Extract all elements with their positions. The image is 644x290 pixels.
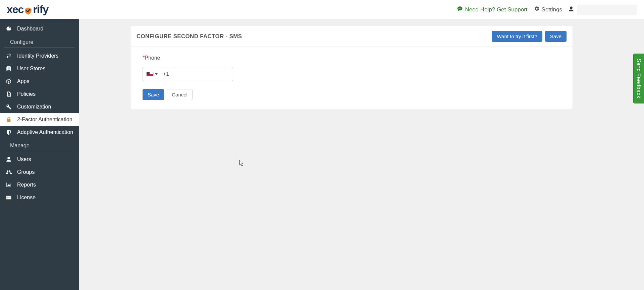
sidebar-item-customization[interactable]: Customization <box>0 100 79 113</box>
caret-down-icon <box>155 73 158 75</box>
help-link[interactable]: Need Help? Get Support <box>457 6 527 13</box>
shield-icon <box>5 129 12 135</box>
sidebar-item-label: Apps <box>17 78 29 84</box>
user-name-area <box>577 5 637 15</box>
panel-actions: Want to try it first? Save <box>492 31 567 42</box>
sidebar-item-groups[interactable]: Groups <box>0 166 79 178</box>
sidebar-item-apps[interactable]: Apps <box>0 75 79 88</box>
exchange-icon <box>5 53 12 59</box>
dashboard-icon <box>5 26 12 32</box>
logo-text-1: xec <box>7 3 23 16</box>
sidebar-item-policies[interactable]: Policies <box>0 88 79 100</box>
panel-body: *Phone Save Cancel <box>130 47 573 110</box>
sidebar-item-label: User Stores <box>17 66 45 72</box>
document-icon <box>5 91 12 97</box>
wrench-icon <box>5 104 12 110</box>
lock-icon <box>5 117 12 123</box>
phone-label: *Phone <box>143 55 560 61</box>
shield-icon <box>24 7 33 15</box>
sidebar-section-manage: Manage <box>4 139 75 151</box>
sidebar-item-identity-providers[interactable]: Identity Providers <box>0 50 79 62</box>
country-selector[interactable] <box>146 72 160 76</box>
sidebar-item-label: Customization <box>17 104 51 110</box>
sidebar-item-label: Policies <box>17 91 36 97</box>
feedback-tab[interactable]: Send Feedback <box>633 54 644 103</box>
topbar-right: Need Help? Get Support Settings <box>457 5 637 15</box>
sidebar-item-label: Identity Providers <box>17 53 59 59</box>
chart-icon <box>5 182 12 188</box>
phone-input[interactable] <box>143 67 233 81</box>
help-label: Need Help? Get Support <box>465 6 527 13</box>
sidebar-item-user-stores[interactable]: User Stores <box>0 62 79 75</box>
users-icon <box>5 169 12 175</box>
user-icon <box>5 156 12 162</box>
logo[interactable]: xec rify <box>7 3 48 16</box>
flag-us-icon <box>146 72 154 76</box>
sidebar-item-label: Dashboard <box>17 26 43 32</box>
cube-icon <box>5 78 12 84</box>
phone-label-text: Phone <box>145 55 160 61</box>
database-icon <box>5 66 12 72</box>
panel-title: CONFIGURE SECOND FACTOR - SMS <box>137 33 242 40</box>
sidebar-item-adaptive-auth[interactable]: Adaptive Authentication <box>0 126 79 139</box>
try-button[interactable]: Want to try it first? <box>492 31 542 42</box>
sidebar: Dashboard Configure Identity Providers U… <box>0 19 79 290</box>
user-icon <box>568 6 574 13</box>
topbar: xec rify Need Help? Get Support Settings <box>0 0 644 19</box>
svg-point-2 <box>461 8 461 9</box>
sidebar-item-reports[interactable]: Reports <box>0 178 79 191</box>
sidebar-item-dashboard[interactable]: Dashboard <box>0 22 79 35</box>
settings-link[interactable]: Settings <box>534 6 562 13</box>
gear-icon <box>534 6 540 13</box>
save-button[interactable]: Save <box>143 89 164 100</box>
sidebar-section-configure: Configure <box>4 36 75 48</box>
sidebar-item-users[interactable]: Users <box>0 153 79 166</box>
config-panel: CONFIGURE SECOND FACTOR - SMS Want to tr… <box>130 26 573 110</box>
sidebar-item-license[interactable]: License <box>0 191 79 204</box>
cancel-button[interactable]: Cancel <box>167 89 193 100</box>
logo-text-2: rify <box>33 3 48 16</box>
sidebar-item-label: Groups <box>17 169 35 175</box>
sidebar-item-label: Users <box>17 156 31 162</box>
save-button-top[interactable]: Save <box>545 31 567 42</box>
sidebar-item-label: Reports <box>17 182 36 188</box>
main-content: CONFIGURE SECOND FACTOR - SMS Want to tr… <box>79 19 644 290</box>
card-icon <box>5 195 12 201</box>
chat-icon <box>457 6 463 13</box>
svg-point-1 <box>460 8 460 9</box>
settings-label: Settings <box>542 6 562 13</box>
sidebar-item-label: 2-Factor Authentication <box>17 117 72 123</box>
sidebar-item-2fa[interactable]: 2-Factor Authentication <box>0 113 79 126</box>
sidebar-item-label: License <box>17 195 36 201</box>
phone-field[interactable] <box>160 71 230 77</box>
user-menu[interactable] <box>568 5 637 15</box>
svg-point-0 <box>459 8 459 9</box>
panel-header: CONFIGURE SECOND FACTOR - SMS Want to tr… <box>130 26 573 47</box>
sidebar-item-label: Adaptive Authentication <box>17 129 73 135</box>
form-buttons: Save Cancel <box>143 89 560 100</box>
